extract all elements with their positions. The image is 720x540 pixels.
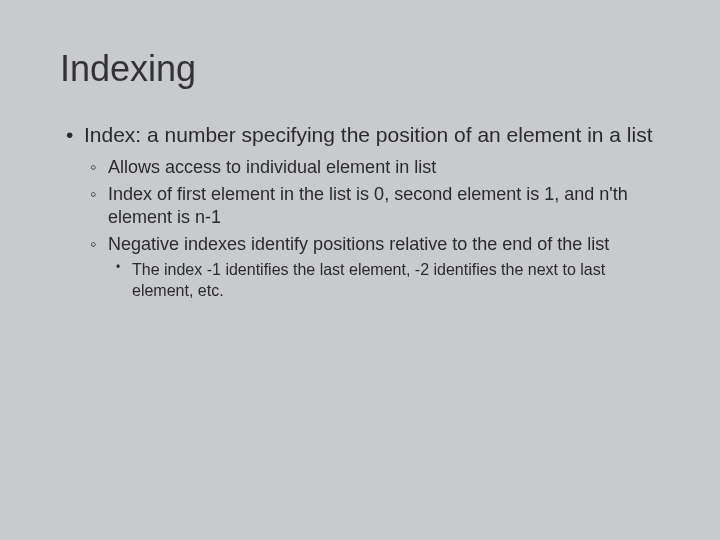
slide-title: Indexing — [60, 48, 660, 90]
bullet-level3: The index -1 identifies the last element… — [60, 260, 660, 302]
bullet-level2: Negative indexes identify positions rela… — [60, 233, 660, 256]
bullet-level2: Allows access to individual element in l… — [60, 156, 660, 179]
slide: Indexing Index: a number specifying the … — [0, 0, 720, 540]
bullet-level2: Index of first element in the list is 0,… — [60, 183, 660, 229]
bullet-level1: Index: a number specifying the position … — [60, 122, 660, 148]
